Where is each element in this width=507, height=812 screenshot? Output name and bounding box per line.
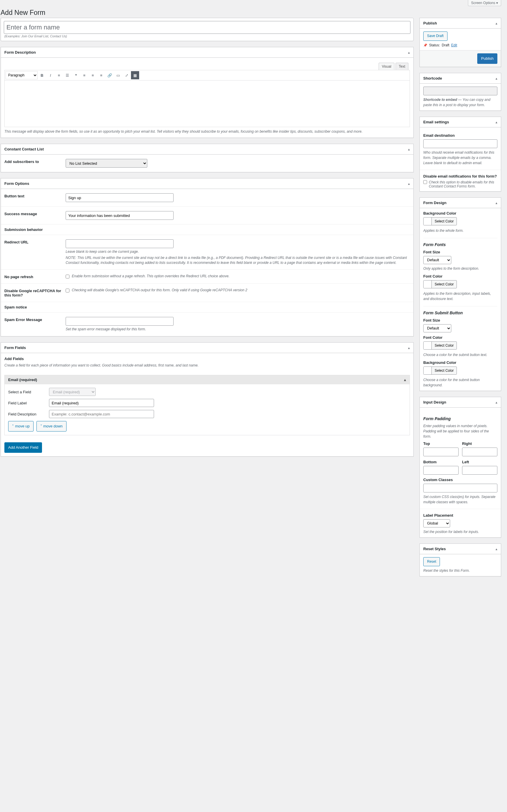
read-more-icon[interactable]: ▭ [114,71,122,79]
custom-classes-input[interactable] [423,484,497,492]
form-options-header[interactable]: Form Options [1,178,413,189]
custom-classes-hint: Set custom CSS class(es) for inputs. Sep… [423,494,497,505]
input-design-header[interactable]: Input Design [420,397,501,408]
toolbar-toggle-icon[interactable]: ▦ [131,71,139,79]
submit-font-color-button[interactable]: Select Color [423,341,457,350]
form-description-header[interactable]: Form Description [1,47,413,58]
bullet-list-icon[interactable]: ≡ [55,71,63,79]
chevron-up-icon: ˄ [12,424,15,428]
publish-button[interactable]: Publish [477,53,497,64]
status-value: Draft [442,43,449,47]
field-block-header[interactable]: Email (required) [5,375,409,384]
add-another-field-button[interactable]: Add Another Field [4,442,42,453]
email-settings-box: Email settings Email destination Who sho… [419,117,501,192]
shortcode-header[interactable]: Shortcode [420,73,501,84]
align-right-icon[interactable]: ≡ [97,71,105,79]
reset-styles-header[interactable]: Reset Styles [420,544,501,554]
shortcode-box: Shortcode Shortcode to embed — You can c… [419,73,501,111]
title-wrap: (Examples: Join Our Email List, Contact … [1,18,414,41]
field-description-input[interactable] [49,410,154,418]
add-subscribers-label: Add subscribers to [4,159,66,168]
move-down-button[interactable]: ˅ move down [37,421,66,432]
no-refresh-checkbox[interactable] [66,275,69,278]
description-editor[interactable] [4,80,410,127]
page-title: Add New Form [1,6,501,18]
padding-top-label: Top [423,441,459,446]
select-field-label: Select a Field [8,390,49,394]
align-center-icon[interactable]: ≡ [89,71,97,79]
spam-notice-heading: Spam notice [1,302,413,312]
reset-button[interactable]: Reset [423,557,440,566]
padding-bottom-input[interactable] [423,466,459,475]
padding-right-input[interactable] [462,447,497,456]
blockquote-icon[interactable]: ❝ [72,71,80,79]
success-message-input[interactable] [66,211,174,220]
padding-left-label: Left [462,460,497,464]
toggle-icon [408,50,410,55]
submit-button-section: Form Submit Button [423,306,497,315]
shortcode-input[interactable] [423,86,497,95]
redirect-url-input[interactable] [66,239,174,248]
disable-recaptcha-checkbox[interactable] [66,289,69,293]
form-title-input[interactable] [4,21,410,34]
padding-hint: Enter padding values in number of pixels… [423,423,497,439]
custom-classes-label: Custom Classes [423,478,497,482]
fullscreen-icon[interactable]: ⤢ [122,71,131,79]
italic-icon[interactable]: I [46,71,55,79]
disable-email-checkbox[interactable] [423,180,427,184]
form-fields-box: Form Fields Add Fields Create a field fo… [1,342,414,456]
font-size-hint: Only applies to the form description. [423,266,497,271]
success-message-label: Success message [4,211,66,220]
padding-left-input[interactable] [462,466,497,475]
chevron-down-icon: ˅ [40,424,44,428]
button-text-input[interactable] [66,193,174,202]
form-design-header[interactable]: Form Design [420,198,501,208]
move-up-button[interactable]: ˄ move up [8,421,34,432]
submit-font-size-select[interactable]: Default [423,324,451,332]
edit-status-link[interactable]: Edit [451,43,457,47]
select-field-dropdown[interactable]: Email (required) [49,388,96,396]
pin-icon [423,43,427,47]
link-icon[interactable]: 🔗 [106,71,114,79]
list-select[interactable]: No List Selected [66,159,147,168]
label-placement-select[interactable]: Global [423,519,450,527]
editor-text-tab[interactable]: Text [396,63,408,70]
padding-top-input[interactable] [423,447,459,456]
cc-list-header[interactable]: Constant Contact List [1,144,413,154]
numbered-list-icon[interactable]: ☰ [63,71,71,79]
email-destination-input[interactable] [423,139,497,148]
align-left-icon[interactable]: ≡ [80,71,89,79]
screen-options-button[interactable]: Screen Options [468,0,501,6]
color-swatch-icon [424,280,432,288]
status-label: Status: [429,43,440,47]
label-placement-hint: Set the position for labels for inputs. [423,529,497,535]
editor-visual-tab[interactable]: Visual [379,63,394,70]
font-color-label: Font Color [423,274,497,278]
font-color-button[interactable]: Select Color [423,280,457,288]
form-design-box: Form Design Background Color Select Colo… [419,197,501,391]
title-examples: (Examples: Join Our Email List, Contact … [4,35,410,38]
field-label-label: Field Label [8,401,49,405]
background-color-hint: Applies to the whole form. [423,228,497,233]
add-fields-heading: Add Fields [4,357,410,361]
toggle-icon [496,21,497,25]
bold-icon[interactable]: B [38,71,46,79]
publish-box: Publish Save Draft Status: Draft Edit Pu… [419,18,501,67]
padding-bottom-label: Bottom [423,460,459,464]
submit-bg-color-button[interactable]: Select Color [423,367,457,375]
field-block-email: Email (required) Select a Field Email (r… [4,375,410,435]
toggle-icon [496,547,497,551]
background-color-button[interactable]: Select Color [423,217,457,226]
email-settings-header[interactable]: Email settings [420,117,501,127]
font-size-select[interactable]: Default [423,256,451,264]
paragraph-select[interactable]: Paragraph [6,71,38,79]
form-description-box: Form Description Visual Text Paragraph B… [1,47,414,138]
publish-header[interactable]: Publish [420,18,501,28]
spam-error-label: Spam Error Message [4,317,66,332]
spam-error-input[interactable] [66,317,174,326]
form-fonts-section: Form Fonts [423,238,497,247]
field-label-input[interactable] [49,399,154,407]
email-destination-label: Email destination [423,133,497,138]
save-draft-button[interactable]: Save Draft [423,32,448,41]
form-fields-header[interactable]: Form Fields [1,342,413,353]
